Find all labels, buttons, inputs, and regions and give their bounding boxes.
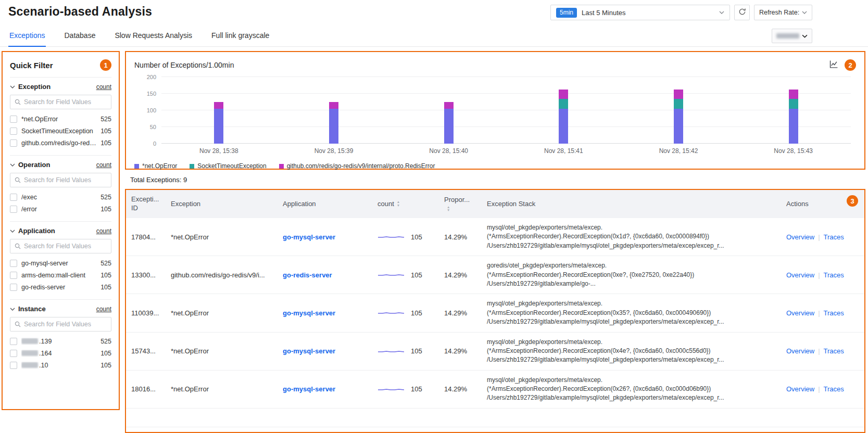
cell-exception-stack: mysql/otel_pkgdep/exporters/meta/excep. … xyxy=(482,371,781,408)
sort-icon[interactable]: ▲▼ xyxy=(447,206,450,213)
refresh-button[interactable] xyxy=(734,5,750,20)
stacked-bar[interactable] xyxy=(559,90,568,144)
filter-checkbox[interactable] xyxy=(10,362,17,369)
page-title: Scenario-based Analysis xyxy=(8,5,152,19)
chart-bar-slot xyxy=(161,77,276,144)
filter-item: .164105 xyxy=(10,347,111,359)
cell-count: 105 xyxy=(372,342,439,360)
tab-database[interactable]: Database xyxy=(63,26,96,46)
tab-slow-requests-analysis[interactable]: Slow Requests Analysis xyxy=(114,26,193,46)
overview-link[interactable]: Overview xyxy=(786,271,814,279)
y-axis-tick: 100 xyxy=(147,107,156,113)
cell-actions: Overview|Traces xyxy=(781,342,864,360)
cell-proportion: 14.29% xyxy=(439,266,482,284)
filter-checkbox[interactable] xyxy=(10,116,17,123)
cell-exception: github.com/redis/go-redis/v9/i... xyxy=(166,266,278,284)
x-axis-label: Nov 28, 15:40 xyxy=(391,147,506,155)
y-axis-tick: 0 xyxy=(153,141,156,147)
filter-checkbox[interactable] xyxy=(10,128,17,135)
field-search-input[interactable] xyxy=(24,321,107,328)
chevron-down-icon[interactable] xyxy=(10,230,15,233)
count-link[interactable]: count xyxy=(96,83,111,91)
redacted-text xyxy=(21,362,38,368)
refresh-rate-select[interactable]: Refresh Rate: xyxy=(754,5,812,20)
field-search-input[interactable] xyxy=(24,176,107,184)
filter-checkbox[interactable] xyxy=(10,194,17,201)
filter-checkbox[interactable] xyxy=(10,272,17,279)
chart-title: Number of Exceptions/1.00min xyxy=(134,61,234,69)
chevron-down-icon xyxy=(719,11,724,14)
traces-link[interactable]: Traces xyxy=(824,309,844,317)
legend-item[interactable]: github.com/redis/go-redis/v9/internal/pr… xyxy=(279,162,435,170)
legend-swatch xyxy=(190,164,194,169)
filter-item-count: 105 xyxy=(100,272,111,279)
app-selector-dropdown[interactable] xyxy=(772,29,812,43)
tab-full-link-grayscale[interactable]: Full link grayscale xyxy=(210,26,270,46)
count-link[interactable]: count xyxy=(96,161,111,169)
overview-link[interactable]: Overview xyxy=(786,385,814,393)
filter-checkbox[interactable] xyxy=(10,260,17,267)
field-value-search xyxy=(10,95,111,109)
field-search-input[interactable] xyxy=(24,243,107,250)
chevron-down-icon[interactable] xyxy=(10,308,15,311)
filter-item-label: go-redis-server xyxy=(21,284,96,291)
chevron-down-icon[interactable] xyxy=(10,163,15,167)
cell-count: 105 xyxy=(372,266,439,284)
x-axis-label: Nov 28, 15:39 xyxy=(276,147,392,155)
bar-segment-github-com-redis-go-re xyxy=(214,102,223,109)
table-row: 18016...*net.OpErrorgo-mysql-server10514… xyxy=(126,371,864,409)
bar-segment-github-com-redis-go-re xyxy=(674,90,683,98)
time-range-badge: 5min xyxy=(556,8,577,18)
application-link[interactable]: go-mysql-server xyxy=(283,233,335,241)
bar-segment-net-operror xyxy=(329,109,338,144)
application-link[interactable]: go-redis-server xyxy=(283,271,332,279)
application-link[interactable]: go-mysql-server xyxy=(283,385,335,393)
filter-item-count: 105 xyxy=(100,139,111,147)
bar-segment-net-operror xyxy=(559,109,568,144)
stacked-bar[interactable] xyxy=(444,102,454,144)
count-link[interactable]: count xyxy=(96,305,111,313)
legend-item[interactable]: SocketTimeoutException xyxy=(190,162,266,170)
stacked-bar[interactable] xyxy=(789,90,798,144)
filter-item: .10105 xyxy=(10,359,111,371)
legend-item[interactable]: *net.OpError xyxy=(134,162,177,170)
traces-link[interactable]: Traces xyxy=(824,271,844,279)
traces-link[interactable]: Traces xyxy=(824,233,844,241)
count-link[interactable]: count xyxy=(96,227,111,235)
chevron-down-icon[interactable] xyxy=(10,85,15,88)
annotation-badge-1: 1 xyxy=(100,59,111,71)
filter-item: .139525 xyxy=(10,335,111,347)
quick-filter-panel: Quick Filter 1 Exceptioncount*net.OpErro… xyxy=(2,51,120,410)
count-value: 105 xyxy=(411,385,422,393)
proportion-header-label: Propor... xyxy=(444,196,470,205)
stacked-bar[interactable] xyxy=(214,102,223,144)
sort-icon[interactable]: ▲▼ xyxy=(397,200,400,208)
cell-exception: *net.OpError xyxy=(166,304,278,322)
quick-filter-header: Quick Filter 1 xyxy=(10,59,111,78)
filter-checkbox[interactable] xyxy=(10,206,17,213)
col-header-exception: Exception xyxy=(166,195,278,213)
x-axis-labels: Nov 28, 15:38Nov 28, 15:39Nov 28, 15:40N… xyxy=(161,147,851,155)
tab-exceptions[interactable]: Exceptions xyxy=(8,26,46,47)
line-chart-icon[interactable] xyxy=(829,60,838,70)
time-range-picker[interactable]: 5min Last 5 Minutes xyxy=(550,5,730,20)
filter-item: *net.OpError525 xyxy=(10,113,111,125)
field-search-input[interactable] xyxy=(24,98,107,106)
bar-segment-github-com-redis-go-re xyxy=(789,90,798,98)
overview-link[interactable]: Overview xyxy=(786,347,814,355)
stacked-bar[interactable] xyxy=(329,102,338,144)
overview-link[interactable]: Overview xyxy=(786,233,814,241)
filter-checkbox[interactable] xyxy=(10,350,17,357)
filter-checkbox[interactable] xyxy=(10,139,17,147)
overview-link[interactable]: Overview xyxy=(786,309,814,317)
cell-exception: *net.OpError xyxy=(166,228,278,246)
traces-link[interactable]: Traces xyxy=(824,385,844,393)
filter-checkbox[interactable] xyxy=(10,284,17,291)
stacked-bar[interactable] xyxy=(674,90,683,144)
application-link[interactable]: go-mysql-server xyxy=(283,309,335,317)
filter-checkbox[interactable] xyxy=(10,338,17,345)
traces-link[interactable]: Traces xyxy=(824,347,844,355)
application-link[interactable]: go-mysql-server xyxy=(283,347,335,355)
cell-application: go-mysql-server xyxy=(278,228,372,246)
filter-section-title: Instance xyxy=(18,305,93,313)
